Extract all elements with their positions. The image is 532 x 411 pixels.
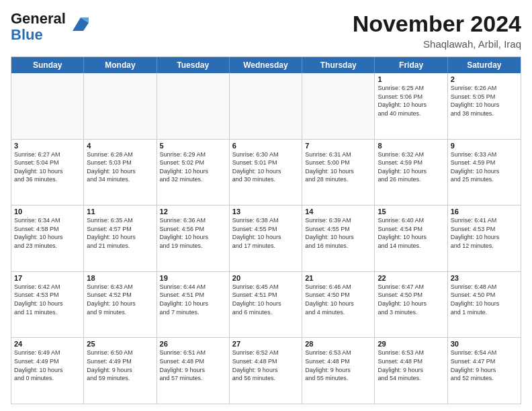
day-info: Sunrise: 6:36 AMSunset: 4:56 PMDaylight:… (160, 216, 226, 250)
calendar-cell: 30Sunrise: 6:54 AMSunset: 4:47 PMDayligh… (448, 338, 521, 404)
day-number: 21 (305, 274, 371, 282)
day-number: 29 (378, 340, 444, 348)
calendar-cell: 22Sunrise: 6:47 AMSunset: 4:50 PMDayligh… (375, 272, 447, 338)
day-info: Sunrise: 6:52 AMSunset: 4:48 PMDaylight:… (232, 349, 299, 382)
day-info: Sunrise: 6:38 AMSunset: 4:55 PMDaylight:… (232, 216, 299, 250)
day-number: 22 (378, 274, 444, 282)
day-info: Sunrise: 6:45 AMSunset: 4:51 PMDaylight:… (232, 283, 299, 316)
calendar-week-3: 10Sunrise: 6:34 AMSunset: 4:58 PMDayligh… (11, 205, 521, 271)
calendar-cell: 15Sunrise: 6:40 AMSunset: 4:54 PMDayligh… (375, 205, 447, 271)
day-info: Sunrise: 6:26 AMSunset: 5:05 PMDaylight:… (451, 84, 518, 118)
day-info: Sunrise: 6:30 AMSunset: 5:01 PMDaylight:… (232, 150, 299, 184)
calendar-cell: 24Sunrise: 6:49 AMSunset: 4:49 PMDayligh… (11, 338, 84, 404)
day-number: 10 (14, 208, 81, 216)
day-info: Sunrise: 6:53 AMSunset: 4:48 PMDaylight:… (305, 349, 371, 382)
calendar-cell: 2Sunrise: 6:26 AMSunset: 5:05 PMDaylight… (448, 73, 521, 139)
day-number: 17 (14, 274, 81, 282)
day-number: 5 (160, 142, 226, 150)
calendar-week-4: 17Sunrise: 6:42 AMSunset: 4:53 PMDayligh… (11, 271, 521, 338)
calendar-cell: 14Sunrise: 6:39 AMSunset: 4:55 PMDayligh… (302, 205, 375, 271)
day-info: Sunrise: 6:46 AMSunset: 4:50 PMDaylight:… (305, 283, 371, 316)
day-info: Sunrise: 6:33 AMSunset: 4:59 PMDaylight:… (451, 150, 518, 184)
day-info: Sunrise: 6:43 AMSunset: 4:52 PMDaylight:… (87, 283, 153, 316)
month-title: November 2024 (353, 11, 521, 37)
day-header-thursday: Thursday (302, 57, 375, 73)
day-header-saturday: Saturday (448, 57, 521, 73)
day-info: Sunrise: 6:39 AMSunset: 4:55 PMDaylight:… (305, 216, 371, 250)
day-number: 15 (378, 208, 444, 216)
calendar-cell: 17Sunrise: 6:42 AMSunset: 4:53 PMDayligh… (11, 272, 84, 338)
calendar-cell: 19Sunrise: 6:44 AMSunset: 4:51 PMDayligh… (157, 272, 230, 338)
calendar-cell: 7Sunrise: 6:31 AMSunset: 5:00 PMDaylight… (302, 140, 375, 205)
calendar-cell: 18Sunrise: 6:43 AMSunset: 4:52 PMDayligh… (84, 272, 157, 338)
day-number: 24 (14, 340, 81, 348)
calendar-cell: 5Sunrise: 6:29 AMSunset: 5:02 PMDaylight… (157, 140, 230, 205)
calendar-cell: 10Sunrise: 6:34 AMSunset: 4:58 PMDayligh… (11, 205, 84, 271)
calendar-week-1: 1Sunrise: 6:25 AMSunset: 5:06 PMDaylight… (11, 73, 521, 139)
calendar-cell: 9Sunrise: 6:33 AMSunset: 4:59 PMDaylight… (448, 140, 521, 205)
calendar-cell: 12Sunrise: 6:36 AMSunset: 4:56 PMDayligh… (157, 205, 230, 271)
day-info: Sunrise: 6:32 AMSunset: 4:59 PMDaylight:… (378, 150, 444, 184)
calendar-cell: 13Sunrise: 6:38 AMSunset: 4:55 PMDayligh… (230, 205, 302, 271)
calendar-cell: 16Sunrise: 6:41 AMSunset: 4:53 PMDayligh… (448, 205, 521, 271)
calendar-cell: 21Sunrise: 6:46 AMSunset: 4:50 PMDayligh… (302, 272, 375, 338)
day-info: Sunrise: 6:41 AMSunset: 4:53 PMDaylight:… (451, 216, 518, 250)
calendar-cell: 20Sunrise: 6:45 AMSunset: 4:51 PMDayligh… (230, 272, 302, 338)
day-number: 6 (232, 142, 299, 150)
day-number: 12 (160, 208, 226, 216)
calendar-cell (230, 73, 302, 139)
day-info: Sunrise: 6:54 AMSunset: 4:47 PMDaylight:… (451, 349, 518, 382)
calendar-cell: 25Sunrise: 6:50 AMSunset: 4:49 PMDayligh… (84, 338, 157, 404)
day-number: 2 (451, 75, 518, 83)
calendar-cell: 11Sunrise: 6:35 AMSunset: 4:57 PMDayligh… (84, 205, 157, 271)
calendar-cell: 3Sunrise: 6:27 AMSunset: 5:04 PMDaylight… (11, 140, 84, 205)
day-number: 19 (160, 274, 226, 282)
day-info: Sunrise: 6:51 AMSunset: 4:48 PMDaylight:… (160, 349, 226, 382)
logo-icon (67, 15, 89, 34)
day-number: 9 (451, 142, 518, 150)
day-header-friday: Friday (375, 57, 447, 73)
day-info: Sunrise: 6:28 AMSunset: 5:03 PMDaylight:… (87, 150, 153, 184)
calendar-cell: 6Sunrise: 6:30 AMSunset: 5:01 PMDaylight… (230, 140, 302, 205)
calendar-cell: 26Sunrise: 6:51 AMSunset: 4:48 PMDayligh… (157, 338, 230, 404)
day-info: Sunrise: 6:49 AMSunset: 4:49 PMDaylight:… (14, 349, 81, 382)
page: General Blue November 2024 Shaqlawah, Ar… (0, 0, 532, 411)
logo: General Blue (11, 11, 89, 43)
day-number: 30 (451, 340, 518, 348)
calendar-cell (157, 73, 230, 139)
calendar-cell: 4Sunrise: 6:28 AMSunset: 5:03 PMDaylight… (84, 140, 157, 205)
day-info: Sunrise: 6:34 AMSunset: 4:58 PMDaylight:… (14, 216, 81, 250)
day-number: 4 (87, 142, 153, 150)
day-number: 26 (160, 340, 226, 348)
day-info: Sunrise: 6:25 AMSunset: 5:06 PMDaylight:… (378, 84, 444, 118)
day-number: 28 (305, 340, 371, 348)
day-info: Sunrise: 6:50 AMSunset: 4:49 PMDaylight:… (87, 349, 153, 382)
day-info: Sunrise: 6:40 AMSunset: 4:54 PMDaylight:… (378, 216, 444, 250)
day-number: 16 (451, 208, 518, 216)
day-number: 25 (87, 340, 153, 348)
calendar-cell (11, 73, 84, 139)
logo-blue: Blue (11, 26, 43, 43)
header: General Blue November 2024 Shaqlawah, Ar… (11, 11, 521, 50)
day-info: Sunrise: 6:48 AMSunset: 4:50 PMDaylight:… (451, 283, 518, 316)
day-info: Sunrise: 6:44 AMSunset: 4:51 PMDaylight:… (160, 283, 226, 316)
calendar-header: SundayMondayTuesdayWednesdayThursdayFrid… (11, 57, 521, 73)
calendar-cell: 27Sunrise: 6:52 AMSunset: 4:48 PMDayligh… (230, 338, 302, 404)
day-info: Sunrise: 6:31 AMSunset: 5:00 PMDaylight:… (305, 150, 371, 184)
calendar-cell (302, 73, 375, 139)
logo-text: General Blue (11, 10, 66, 43)
calendar-week-5: 24Sunrise: 6:49 AMSunset: 4:49 PMDayligh… (11, 337, 521, 404)
calendar-week-2: 3Sunrise: 6:27 AMSunset: 5:04 PMDaylight… (11, 139, 521, 205)
day-number: 13 (232, 208, 299, 216)
day-number: 7 (305, 142, 371, 150)
day-number: 20 (232, 274, 299, 282)
day-header-wednesday: Wednesday (230, 57, 302, 73)
day-header-monday: Monday (84, 57, 157, 73)
calendar-cell: 1Sunrise: 6:25 AMSunset: 5:06 PMDaylight… (375, 73, 447, 139)
day-number: 11 (87, 208, 153, 216)
calendar-cell: 8Sunrise: 6:32 AMSunset: 4:59 PMDaylight… (375, 140, 447, 205)
day-info: Sunrise: 6:47 AMSunset: 4:50 PMDaylight:… (378, 283, 444, 316)
day-header-sunday: Sunday (11, 57, 84, 73)
logo-general: General (11, 10, 66, 27)
day-info: Sunrise: 6:42 AMSunset: 4:53 PMDaylight:… (14, 283, 81, 316)
